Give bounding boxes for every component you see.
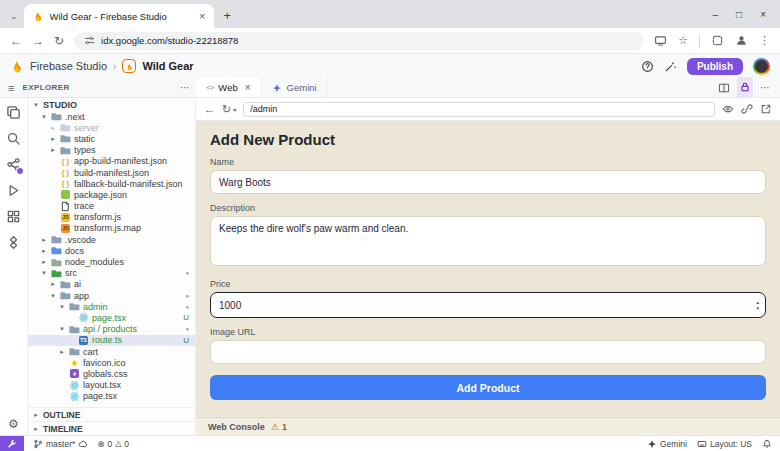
labs-icon[interactable] [6, 235, 21, 250]
tab-search-icon[interactable]: ⌄ [8, 11, 24, 28]
open-external-icon[interactable] [760, 103, 772, 115]
search-icon[interactable] [6, 131, 21, 146]
minimize-button[interactable]: – [713, 10, 719, 20]
chevron-down-icon[interactable]: ▾ [40, 269, 48, 277]
help-icon[interactable] [641, 60, 654, 73]
image-url-input[interactable] [210, 340, 766, 364]
new-tab-button[interactable]: + [214, 8, 242, 28]
tree-item-build-manifest-json[interactable]: { }build-manifest.json [28, 167, 195, 178]
tree-item-fallback-build-manifest-json[interactable]: { }fallback-build-manifest.json [28, 178, 195, 189]
tree-item-admin[interactable]: ▾admin● [28, 301, 195, 312]
tree-item-app[interactable]: ▾app● [28, 290, 195, 301]
tree-item--vscode[interactable]: ▸.vscode [28, 234, 195, 245]
site-settings-icon[interactable] [84, 35, 95, 46]
panel-more-icon[interactable]: ⋯ [760, 82, 770, 93]
tree-item-trace[interactable]: trace [28, 201, 195, 212]
notifications-bell-icon[interactable] [762, 439, 772, 449]
timeline-section[interactable]: ▸ TIMELINE [28, 421, 195, 435]
tree-item-src[interactable]: ▾src● [28, 268, 195, 279]
workspace-name[interactable]: Wild Gear [142, 60, 193, 72]
gemini-status-item[interactable]: Gemini [647, 439, 687, 449]
tree-item-docs[interactable]: ▸docs [28, 245, 195, 256]
settings-gear-icon[interactable]: ⚙ [8, 417, 19, 431]
tab-gemini[interactable]: Gemini [262, 78, 328, 97]
chevron-right-icon[interactable]: ▸ [49, 146, 57, 154]
inspect-icon[interactable] [722, 103, 734, 115]
tab-web[interactable]: <> Web × [196, 78, 262, 97]
back-icon[interactable]: ← [10, 35, 22, 47]
explorer-more-icon[interactable]: ⋯ [180, 82, 190, 93]
publish-button[interactable]: Publish [687, 58, 743, 75]
cast-icon[interactable] [654, 34, 667, 47]
problems-item[interactable]: ⊗ 0 △ 0 [97, 439, 129, 449]
chevron-right-icon[interactable]: ▸ [49, 124, 57, 132]
tree-item-transform-js-map[interactable]: JStransform.js.map [28, 223, 195, 234]
chevron-right-icon[interactable]: ▸ [49, 280, 57, 288]
browser-menu-icon[interactable]: ⋮ [759, 34, 770, 47]
extensions-view-icon[interactable] [6, 209, 21, 224]
tree-root-studio[interactable]: ▾ STUDIO [28, 98, 195, 111]
git-branch-item[interactable]: master* [33, 439, 88, 449]
tree-item-types[interactable]: ▸types [28, 145, 195, 156]
browser-tab[interactable]: Wild Gear - Firebase Studio × [24, 4, 214, 28]
tree-item-package-json[interactable]: package.json [28, 189, 195, 200]
brand-name[interactable]: Firebase Studio [30, 60, 107, 72]
chevron-down-icon[interactable]: ▾ [58, 303, 66, 311]
chevron-right-icon[interactable]: ▸ [40, 236, 48, 244]
source-control-icon[interactable] [6, 157, 21, 172]
tree-item-ai[interactable]: ▸ai [28, 279, 195, 290]
web-console-bar[interactable]: Web Console ⚠ 1 [196, 417, 780, 435]
chevron-down-icon[interactable]: ▾ [40, 113, 48, 121]
split-editor-icon[interactable] [718, 82, 730, 94]
tree-item-server[interactable]: ▸server [28, 122, 195, 133]
address-bar[interactable]: idx.google.com/studio-22218878 [74, 32, 644, 50]
lock-toggle[interactable] [737, 77, 753, 99]
remote-indicator[interactable] [0, 436, 24, 451]
chevron-right-icon[interactable]: ▸ [58, 348, 66, 356]
tree-item--next[interactable]: ▾.next [28, 111, 195, 122]
tree-item-cart[interactable]: ▸cart [28, 346, 195, 357]
add-product-button[interactable]: Add Product [210, 375, 766, 400]
name-input[interactable] [210, 170, 766, 194]
tree-item-globals-css[interactable]: #globals.css [28, 368, 195, 379]
tree-item-layout-tsx[interactable]: layout.tsx [28, 380, 195, 391]
tree-item-page-tsx[interactable]: page.tsxU [28, 312, 195, 323]
description-input[interactable]: Keeps the dire wolf's paw warm and clean… [210, 216, 766, 266]
link-icon[interactable] [741, 103, 753, 115]
outline-section[interactable]: ▸ OUTLINE [28, 407, 195, 421]
tree-item-app-build-manifest-json[interactable]: { }app-build-manifest.json [28, 156, 195, 167]
price-input[interactable] [210, 292, 766, 318]
tree-item-api-products[interactable]: ▾api / products● [28, 324, 195, 335]
chevron-down-icon[interactable]: ▾ [58, 325, 66, 333]
preview-reload-icon[interactable]: ↻ [222, 104, 231, 115]
run-debug-icon[interactable] [6, 183, 21, 198]
tree-item-static[interactable]: ▸static [28, 133, 195, 144]
preview-back-icon[interactable]: ← [204, 104, 215, 115]
close-button[interactable]: × [760, 10, 766, 20]
chevron-right-icon[interactable]: ▸ [40, 247, 48, 255]
tree-item-transform-js[interactable]: JStransform.js [28, 212, 195, 223]
bookmark-icon[interactable]: ☆ [678, 34, 688, 47]
chevron-right-icon[interactable]: ▸ [49, 135, 57, 143]
chevron-down-icon[interactable]: ▾ [49, 292, 57, 300]
stepper-down-icon[interactable]: ▾ [756, 305, 759, 311]
forward-icon[interactable]: → [32, 35, 44, 47]
preview-address-input[interactable] [243, 102, 715, 117]
explorer-view-icon[interactable] [6, 105, 21, 120]
user-avatar[interactable] [753, 58, 770, 75]
tree-item-page-tsx[interactable]: page.tsx [28, 391, 195, 402]
reload-caret-icon[interactable]: ▾ [233, 106, 236, 113]
extensions-icon[interactable] [711, 34, 724, 47]
tab-close-icon[interactable]: × [199, 10, 205, 22]
layout-item[interactable]: Layout: US [697, 439, 752, 449]
number-stepper[interactable]: ▴ ▾ [756, 300, 759, 311]
tree-item-favicon-ico[interactable]: ★favicon.ico [28, 357, 195, 368]
maximize-button[interactable]: □ [736, 10, 742, 20]
menu-icon[interactable]: ≡ [8, 82, 14, 94]
sync-cloud-icon[interactable] [78, 439, 88, 449]
magic-wand-icon[interactable] [664, 60, 677, 73]
reload-icon[interactable]: ↻ [54, 35, 64, 47]
chevron-right-icon[interactable]: ▸ [40, 258, 48, 266]
tree-item-node-modules[interactable]: ▸node_modules [28, 256, 195, 267]
tab-web-close-icon[interactable]: × [245, 82, 251, 93]
